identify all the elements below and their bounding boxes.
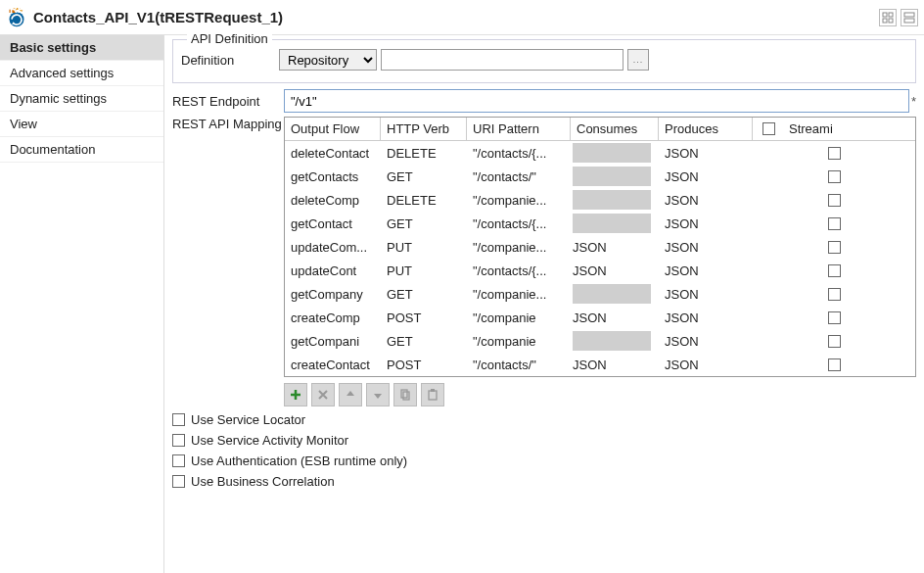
sidebar-item-advanced-settings[interactable]: Advanced settings xyxy=(0,61,163,86)
col-produces[interactable]: Produces xyxy=(659,118,753,140)
table-row[interactable]: createCompPOST"/companieJSONJSON xyxy=(285,306,915,329)
paste-button[interactable] xyxy=(421,383,444,406)
cell-output[interactable]: getCompani xyxy=(285,329,381,353)
cell-uri[interactable]: "/contacts/{... xyxy=(467,141,571,165)
cell-output[interactable]: deleteComp xyxy=(285,188,381,212)
cell-uri[interactable]: "/companie... xyxy=(467,188,571,212)
col-streaming[interactable]: Streami xyxy=(753,118,915,140)
cell-output[interactable]: createComp xyxy=(285,306,381,329)
cell-verb[interactable]: DELETE xyxy=(381,141,467,165)
cell-streaming[interactable] xyxy=(753,282,915,306)
consumes-empty[interactable] xyxy=(573,331,651,351)
col-consumes[interactable]: Consumes xyxy=(571,118,659,140)
cell-uri[interactable]: "/companie xyxy=(467,329,571,353)
consumes-empty[interactable] xyxy=(573,143,651,163)
cell-streaming[interactable] xyxy=(753,306,915,329)
table-row[interactable]: updateContPUT"/contacts/{...JSONJSON xyxy=(285,259,915,282)
cell-verb[interactable]: GET xyxy=(381,212,467,235)
streaming-checkbox[interactable] xyxy=(828,217,841,230)
cell-verb[interactable]: GET xyxy=(381,165,467,188)
table-row[interactable]: updateCom...PUT"/companie...JSONJSON xyxy=(285,235,915,259)
table-row[interactable]: createContactPOST"/contacts/"JSONJSON xyxy=(285,353,915,376)
move-down-button[interactable] xyxy=(366,383,390,406)
cell-consumes[interactable] xyxy=(571,188,659,212)
list-view-icon[interactable] xyxy=(901,9,918,26)
sidebar-item-documentation[interactable]: Documentation xyxy=(0,137,163,163)
business-correlation-checkbox[interactable] xyxy=(172,475,185,488)
consumes-empty[interactable] xyxy=(573,167,651,186)
cell-consumes[interactable] xyxy=(571,141,659,165)
cell-consumes[interactable] xyxy=(571,329,659,353)
cell-uri[interactable]: "/companie... xyxy=(467,235,571,259)
cell-produces[interactable]: JSON xyxy=(659,329,753,353)
service-locator-checkbox[interactable] xyxy=(172,413,185,426)
cell-produces[interactable]: JSON xyxy=(659,141,753,165)
cell-output[interactable]: getCompany xyxy=(285,282,381,306)
cell-verb[interactable]: GET xyxy=(381,329,467,353)
cell-uri[interactable]: "/contacts/" xyxy=(467,353,571,376)
cell-output[interactable]: deleteContact xyxy=(285,141,381,165)
cell-produces[interactable]: JSON xyxy=(659,212,753,235)
cell-output[interactable]: getContacts xyxy=(285,165,381,188)
sidebar-item-dynamic-settings[interactable]: Dynamic settings xyxy=(0,86,163,112)
cell-output[interactable]: createContact xyxy=(285,353,381,376)
consumes-empty[interactable] xyxy=(573,284,651,304)
cell-uri[interactable]: "/contacts/{... xyxy=(467,259,571,282)
streaming-checkbox[interactable] xyxy=(828,147,841,160)
cell-uri[interactable]: "/companie... xyxy=(467,282,571,306)
streaming-checkbox[interactable] xyxy=(828,241,841,254)
streaming-checkbox[interactable] xyxy=(828,288,841,301)
cell-streaming[interactable] xyxy=(753,235,915,259)
table-row[interactable]: deleteCompDELETE"/companie...JSON xyxy=(285,188,915,212)
cell-streaming[interactable] xyxy=(753,212,915,235)
cell-verb[interactable]: DELETE xyxy=(381,188,467,212)
cell-produces[interactable]: JSON xyxy=(659,165,753,188)
streaming-header-checkbox[interactable] xyxy=(762,122,775,135)
table-row[interactable]: getCompanyGET"/companie...JSON xyxy=(285,282,915,306)
cell-produces[interactable]: JSON xyxy=(659,282,753,306)
cell-produces[interactable]: JSON xyxy=(659,188,753,212)
remove-row-button[interactable] xyxy=(311,383,335,406)
cell-produces[interactable]: JSON xyxy=(659,235,753,259)
cell-uri[interactable]: "/contacts/{... xyxy=(467,212,571,235)
authentication-checkbox[interactable] xyxy=(172,454,185,467)
table-row[interactable]: getCompaniGET"/companieJSON xyxy=(285,329,915,353)
cell-output[interactable]: getContact xyxy=(285,212,381,235)
consumes-empty[interactable] xyxy=(573,214,651,233)
col-uri[interactable]: URI Pattern xyxy=(467,118,571,140)
cell-streaming[interactable] xyxy=(753,188,915,212)
consumes-empty[interactable] xyxy=(573,190,651,210)
cell-verb[interactable]: PUT xyxy=(381,235,467,259)
cell-streaming[interactable] xyxy=(753,165,915,188)
copy-button[interactable] xyxy=(393,383,417,406)
sidebar-item-view[interactable]: View xyxy=(0,112,163,137)
cell-output[interactable]: updateCont xyxy=(285,259,381,282)
streaming-checkbox[interactable] xyxy=(828,335,841,348)
cell-consumes[interactable] xyxy=(571,165,659,188)
col-output[interactable]: Output Flow xyxy=(285,118,381,140)
service-monitor-checkbox[interactable] xyxy=(172,434,185,447)
cell-uri[interactable]: "/contacts/" xyxy=(467,165,571,188)
col-verb[interactable]: HTTP Verb xyxy=(381,118,467,140)
cell-produces[interactable]: JSON xyxy=(659,259,753,282)
cell-streaming[interactable] xyxy=(753,329,915,353)
cell-consumes[interactable] xyxy=(571,282,659,306)
cell-streaming[interactable] xyxy=(753,141,915,165)
cell-verb[interactable]: PUT xyxy=(381,259,467,282)
definition-browse-button[interactable]: ... xyxy=(627,49,649,71)
cell-verb[interactable]: GET xyxy=(381,282,467,306)
cell-verb[interactable]: POST xyxy=(381,306,467,329)
cell-consumes[interactable]: JSON xyxy=(571,259,659,282)
table-row[interactable]: deleteContactDELETE"/contacts/{...JSON xyxy=(285,141,915,165)
streaming-checkbox[interactable] xyxy=(828,264,841,277)
cell-consumes[interactable]: JSON xyxy=(571,353,659,376)
cell-verb[interactable]: POST xyxy=(381,353,467,376)
streaming-checkbox[interactable] xyxy=(828,194,841,207)
endpoint-input[interactable] xyxy=(284,89,909,113)
sidebar-item-basic-settings[interactable]: Basic settings xyxy=(0,35,163,61)
cell-consumes[interactable]: JSON xyxy=(571,235,659,259)
cell-output[interactable]: updateCom... xyxy=(285,235,381,259)
definition-value-input[interactable] xyxy=(381,49,624,71)
add-row-button[interactable] xyxy=(284,383,307,406)
move-up-button[interactable] xyxy=(339,383,362,406)
